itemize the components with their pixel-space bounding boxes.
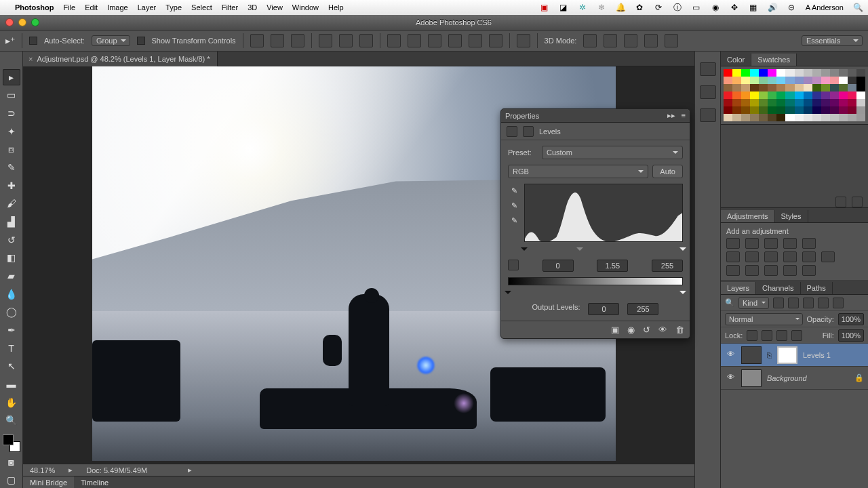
status-gear-icon[interactable]: ✲ bbox=[578, 3, 587, 12]
swatch[interactable] bbox=[848, 106, 856, 114]
swatch[interactable] bbox=[759, 77, 768, 84]
menu-window[interactable]: Window bbox=[292, 3, 319, 12]
swatch[interactable] bbox=[776, 92, 785, 99]
menu-select[interactable]: Select bbox=[191, 3, 212, 12]
swatch[interactable] bbox=[821, 77, 830, 84]
swatch[interactable] bbox=[804, 99, 812, 106]
status-sync-icon[interactable]: ⟳ bbox=[654, 3, 663, 12]
swatch[interactable] bbox=[856, 77, 865, 84]
align-bottom-icon[interactable] bbox=[359, 34, 373, 47]
filter-shape-icon[interactable] bbox=[818, 298, 829, 308]
swatch[interactable] bbox=[732, 114, 741, 121]
swatch[interactable] bbox=[848, 92, 856, 99]
swatch[interactable] bbox=[750, 84, 759, 92]
swatch[interactable] bbox=[830, 84, 839, 92]
swatch[interactable] bbox=[768, 92, 776, 99]
swatch[interactable] bbox=[741, 92, 750, 99]
swatch[interactable] bbox=[830, 99, 839, 106]
lock-pos-icon[interactable] bbox=[776, 330, 787, 341]
swatch[interactable] bbox=[795, 114, 804, 121]
eyedropper-tool-icon[interactable]: ✎ bbox=[3, 159, 20, 176]
layer-thumb[interactable] bbox=[741, 369, 762, 387]
styles-tab[interactable]: Styles bbox=[775, 210, 808, 222]
move-tool-icon[interactable]: ▸ bbox=[3, 69, 20, 85]
swatch[interactable] bbox=[732, 84, 741, 92]
screenmode-icon[interactable]: ▢ bbox=[3, 472, 20, 488]
swatch[interactable] bbox=[768, 106, 776, 114]
swatch[interactable] bbox=[759, 114, 768, 121]
swatch[interactable] bbox=[830, 106, 839, 114]
filter-type-icon[interactable] bbox=[803, 298, 814, 308]
output-gradient[interactable] bbox=[508, 277, 683, 285]
auto-align-icon[interactable] bbox=[517, 34, 530, 47]
swatch[interactable] bbox=[812, 99, 821, 106]
delete-adjustment-icon[interactable]: 🗑 bbox=[675, 325, 684, 335]
levels-thumb-icon[interactable] bbox=[741, 346, 762, 364]
adj-selective-icon[interactable] bbox=[802, 265, 816, 276]
swatch[interactable] bbox=[795, 106, 804, 114]
swatch[interactable] bbox=[776, 106, 785, 114]
swatch[interactable] bbox=[812, 77, 821, 84]
swatch[interactable] bbox=[839, 99, 848, 106]
white-point-eyedropper-icon[interactable]: ✎ bbox=[508, 216, 520, 227]
doc-size-readout[interactable]: Doc: 5.49M/5.49M bbox=[86, 466, 147, 474]
status-snow-icon[interactable]: ❄ bbox=[597, 3, 606, 12]
swatch[interactable] bbox=[750, 92, 759, 99]
heal-tool-icon[interactable]: ✚ bbox=[3, 178, 20, 194]
swatch[interactable] bbox=[821, 92, 830, 99]
distribute-1-icon[interactable] bbox=[387, 34, 401, 47]
swatch[interactable] bbox=[776, 84, 785, 92]
layer-mask-thumb[interactable] bbox=[777, 346, 797, 364]
distribute-4-icon[interactable] bbox=[448, 34, 462, 47]
dock-icon-1[interactable] bbox=[700, 62, 716, 76]
status-bell-icon[interactable]: 🔔 bbox=[616, 3, 625, 12]
swatch[interactable] bbox=[795, 99, 804, 106]
adj-posterize-icon[interactable] bbox=[745, 265, 759, 276]
lock-all-icon[interactable] bbox=[791, 330, 802, 341]
filter-smart-icon[interactable] bbox=[833, 298, 844, 308]
swatch[interactable] bbox=[732, 92, 741, 99]
lock-trans-icon[interactable] bbox=[747, 330, 757, 341]
link-icon[interactable]: ⎘ bbox=[767, 351, 772, 359]
swatch[interactable] bbox=[768, 114, 776, 121]
menu-layer[interactable]: Layer bbox=[138, 3, 157, 12]
adj-mixer-icon[interactable] bbox=[802, 251, 816, 262]
workspace-dropdown[interactable]: Essentials bbox=[802, 35, 863, 46]
swatch[interactable] bbox=[759, 99, 768, 106]
type-tool-icon[interactable]: T bbox=[3, 340, 20, 357]
swatch[interactable] bbox=[812, 114, 821, 121]
adj-invert-icon[interactable] bbox=[726, 265, 740, 276]
swatch[interactable] bbox=[759, 84, 768, 92]
swatch[interactable] bbox=[724, 106, 732, 114]
spotlight-icon[interactable]: 🔍 bbox=[853, 3, 863, 12]
adj-curves-icon[interactable] bbox=[764, 238, 778, 249]
swatch[interactable] bbox=[732, 99, 741, 106]
swatch[interactable] bbox=[741, 69, 750, 77]
adj-bw-icon[interactable] bbox=[764, 251, 778, 262]
gradient-tool-icon[interactable]: ▰ bbox=[3, 268, 20, 284]
history-brush-tool-icon[interactable]: ↺ bbox=[3, 232, 20, 248]
swatch[interactable] bbox=[768, 77, 776, 84]
adj-exposure-icon[interactable] bbox=[783, 238, 797, 249]
swatch-trash-icon[interactable] bbox=[852, 197, 863, 207]
auto-select-dropdown[interactable]: Group bbox=[92, 35, 130, 46]
swatch[interactable] bbox=[741, 84, 750, 92]
swatch[interactable] bbox=[759, 69, 768, 77]
mask-type-icon[interactable] bbox=[523, 126, 534, 137]
swatch[interactable] bbox=[785, 99, 794, 106]
swatch[interactable] bbox=[804, 106, 812, 114]
swatch[interactable] bbox=[750, 77, 759, 84]
swatch[interactable] bbox=[856, 99, 865, 106]
zoom-tool-icon[interactable]: 🔍 bbox=[3, 412, 20, 428]
swatch[interactable] bbox=[785, 77, 794, 84]
fill-input[interactable]: 100% bbox=[838, 329, 864, 342]
layer-row[interactable]: 👁 Background 🔒 bbox=[721, 367, 868, 390]
output-black-field[interactable]: 0 bbox=[588, 303, 619, 315]
filter-pixel-icon[interactable] bbox=[773, 298, 784, 308]
lasso-tool-icon[interactable]: ⊃ bbox=[3, 105, 20, 121]
swatch[interactable] bbox=[848, 99, 856, 106]
swatch[interactable] bbox=[839, 69, 848, 77]
filter-adjust-icon[interactable] bbox=[788, 298, 799, 308]
paths-tab[interactable]: Paths bbox=[801, 282, 833, 294]
layer-filter-dropdown[interactable]: Kind bbox=[738, 297, 769, 309]
